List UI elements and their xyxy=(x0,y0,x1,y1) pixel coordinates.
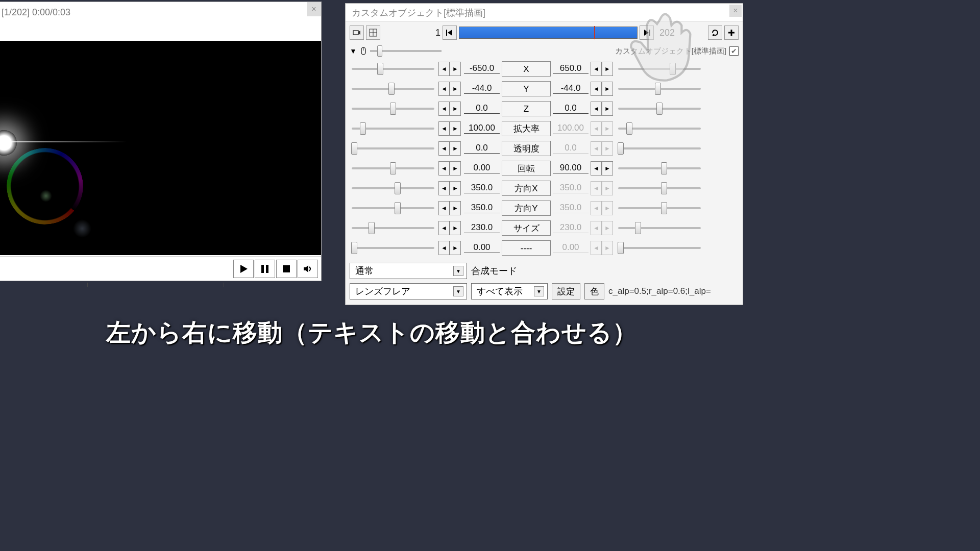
param-slider-left[interactable] xyxy=(350,62,436,76)
svg-rect-13 xyxy=(649,30,650,36)
nudge-right: ◄► xyxy=(591,181,614,195)
param-slider-left[interactable] xyxy=(350,181,436,195)
chevron-down-icon: ▼ xyxy=(453,286,463,296)
object-type-value: レンズフレア xyxy=(355,285,410,297)
param-slider-right[interactable] xyxy=(616,221,703,235)
blend-mode-select[interactable]: 通常 ▼ xyxy=(350,263,467,279)
param-slider-left[interactable] xyxy=(350,221,436,235)
param-slider-left[interactable] xyxy=(350,102,436,116)
refresh-icon[interactable] xyxy=(708,26,722,40)
param-slider-right[interactable] xyxy=(616,141,703,156)
param-value-right: 0.0 xyxy=(553,143,589,154)
nudge-left[interactable]: ◄► xyxy=(438,102,462,116)
param-label[interactable]: サイズ xyxy=(502,220,551,236)
param-label[interactable]: 透明度 xyxy=(502,141,551,156)
args-text: c_alp=0.5;r_alp=0.6;l_alp= xyxy=(608,286,711,296)
timeline-ruler[interactable] xyxy=(0,281,321,287)
param-slider-right[interactable] xyxy=(616,161,703,176)
speaker-button[interactable] xyxy=(298,260,318,278)
display-mode-select[interactable]: すべて表示 ▼ xyxy=(471,283,548,299)
nudge-right[interactable]: ◄► xyxy=(591,102,614,116)
param-row: ◄►0.0Z0.0◄► xyxy=(350,98,739,118)
nudge-left[interactable]: ◄► xyxy=(438,161,462,176)
param-value-left[interactable]: 0.0 xyxy=(464,143,500,154)
param-slider-left[interactable] xyxy=(350,121,436,136)
settings-title: カスタムオブジェクト[標準描画] xyxy=(346,4,743,22)
object-type-label: カスタムオブジェクト[標準描画] xyxy=(615,46,726,56)
frame-slider[interactable] xyxy=(459,27,638,39)
nudge-right: ◄► xyxy=(591,221,614,235)
add-button[interactable] xyxy=(724,26,739,40)
param-value-left[interactable]: 0.00 xyxy=(464,163,500,173)
svg-rect-1 xyxy=(261,265,264,273)
param-slider-right[interactable] xyxy=(616,201,703,215)
param-value-left[interactable]: -650.0 xyxy=(464,63,500,74)
frame-last-button[interactable] xyxy=(640,26,654,40)
nudge-left[interactable]: ◄► xyxy=(438,221,462,235)
param-value-left[interactable]: 350.0 xyxy=(464,203,500,213)
lensflare-core xyxy=(0,130,17,156)
param-slider-right[interactable] xyxy=(616,82,703,96)
param-value-left[interactable]: 230.0 xyxy=(464,222,500,233)
param-value-right: 100.00 xyxy=(553,123,589,134)
param-slider-right[interactable] xyxy=(616,62,703,76)
param-slider-right[interactable] xyxy=(616,102,703,116)
param-slider-left[interactable] xyxy=(350,241,436,255)
param-label[interactable]: 拡大率 xyxy=(502,121,551,136)
param-value-left[interactable]: -44.0 xyxy=(464,83,500,94)
param-value-right: 350.0 xyxy=(553,203,589,213)
param-slider-left[interactable] xyxy=(350,82,436,96)
param-row: ◄►-650.0X650.0◄► xyxy=(350,59,739,79)
nudge-left[interactable]: ◄► xyxy=(438,241,462,255)
nudge-right: ◄► xyxy=(591,241,614,255)
param-label[interactable]: 方向Y xyxy=(502,201,551,216)
collapse-toggle-icon[interactable]: ▼ xyxy=(350,47,357,55)
param-value-right[interactable]: 90.00 xyxy=(553,163,589,173)
param-value-right[interactable]: 650.0 xyxy=(553,63,589,74)
param-label[interactable]: 方向X xyxy=(502,181,551,196)
param-row: ◄►350.0方向Y350.0◄► xyxy=(350,198,739,218)
param-label[interactable]: Y xyxy=(502,81,551,96)
settings-close-button[interactable]: × xyxy=(729,5,742,17)
nudge-left[interactable]: ◄► xyxy=(438,181,462,195)
param-slider-right[interactable] xyxy=(616,121,703,136)
param-value-left[interactable]: 350.0 xyxy=(464,183,500,193)
nudge-left[interactable]: ◄► xyxy=(438,62,462,76)
param-label[interactable]: Z xyxy=(502,101,551,116)
nudge-right[interactable]: ◄► xyxy=(591,62,614,76)
settings-button[interactable]: 設定 xyxy=(552,283,580,299)
play-button[interactable] xyxy=(233,260,254,278)
frame-marker xyxy=(594,26,595,39)
lensflare-ghost xyxy=(40,190,52,202)
pause-button[interactable] xyxy=(255,260,275,278)
enable-checkbox[interactable]: ✔ xyxy=(729,46,739,56)
player-close-button[interactable]: × xyxy=(307,2,321,16)
param-value-right[interactable]: 0.0 xyxy=(553,103,589,114)
nudge-right[interactable]: ◄► xyxy=(591,82,614,96)
frame-first-button[interactable] xyxy=(443,26,457,40)
param-value-left[interactable]: 0.0 xyxy=(464,103,500,114)
stop-button[interactable] xyxy=(276,260,297,278)
camera-icon[interactable] xyxy=(350,26,364,40)
param-label[interactable]: X xyxy=(502,61,551,77)
param-slider-right[interactable] xyxy=(616,181,703,195)
color-button[interactable]: 色 xyxy=(584,283,604,299)
param-value-left[interactable]: 0.00 xyxy=(464,242,500,253)
param-slider-left[interactable] xyxy=(350,141,436,156)
nudge-left[interactable]: ◄► xyxy=(438,121,462,136)
nudge-left[interactable]: ◄► xyxy=(438,141,462,156)
nudge-right[interactable]: ◄► xyxy=(591,161,614,176)
mouse-icon xyxy=(359,46,368,56)
nudge-left[interactable]: ◄► xyxy=(438,82,462,96)
param-label[interactable]: 回転 xyxy=(502,161,551,176)
param-slider-right[interactable] xyxy=(616,241,703,255)
param-value-left[interactable]: 100.00 xyxy=(464,123,500,134)
grid-icon[interactable] xyxy=(366,26,380,40)
nudge-left[interactable]: ◄► xyxy=(438,201,462,215)
param-value-right[interactable]: -44.0 xyxy=(553,83,589,94)
param-slider-left[interactable] xyxy=(350,201,436,215)
object-sub-header: ▼ カスタムオブジェクト[標準描画] ✔ xyxy=(346,43,743,59)
object-type-select[interactable]: レンズフレア ▼ xyxy=(350,283,467,299)
param-label[interactable]: ---- xyxy=(502,240,551,256)
param-slider-left[interactable] xyxy=(350,161,436,176)
